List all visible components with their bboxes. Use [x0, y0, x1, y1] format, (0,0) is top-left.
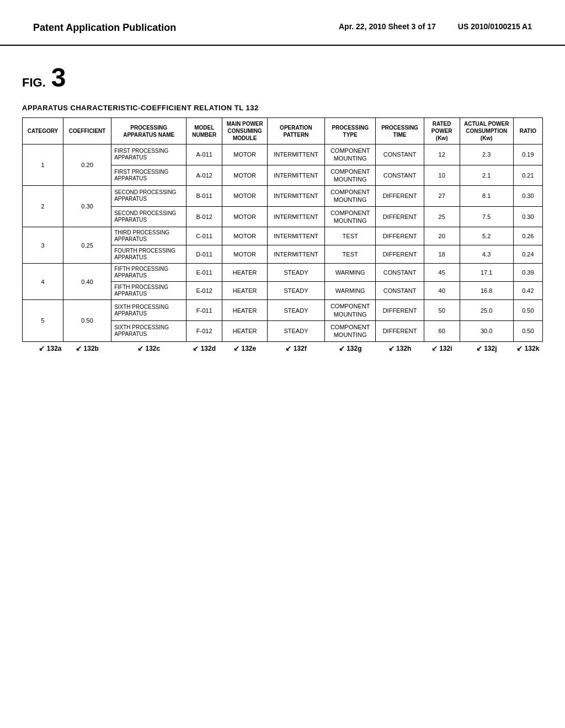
col-header-model: MODEL NUMBER	[186, 118, 222, 144]
header-info: Apr. 22, 2010 Sheet 3 of 17 US 2010/0100…	[339, 22, 532, 31]
actual-cell: 7.5	[460, 206, 513, 227]
proctype-cell: WARMING	[324, 264, 376, 282]
ref-132f: ↙ 132f	[268, 341, 325, 355]
actual-cell: 5.2	[460, 227, 513, 245]
module-cell: HEATER	[222, 320, 268, 341]
apparatus-name-cell: FIFTH PROCESSING APPARATUS	[111, 264, 186, 282]
rated-cell: 27	[424, 186, 460, 207]
proctype-cell: COMPONENT MOUNTING	[324, 300, 376, 321]
model-cell: A-012	[186, 165, 222, 186]
ratio-cell: 0.42	[513, 282, 542, 300]
model-cell: F-012	[186, 320, 222, 341]
apparatus-name-cell: FOURTH PROCESSING APPARATUS	[111, 245, 186, 264]
table-row: 3 0.25 THIRD PROCESSING APPARATUS C-011 …	[23, 227, 543, 245]
page-content: FIG. 3 APPARATUS CHARACTERISTIC-COEFFICI…	[0, 46, 565, 372]
table-row: 1 0.20 FIRST PROCESSING APPARATUS A-011 …	[23, 144, 543, 165]
col-header-category: CATEGORY	[23, 118, 63, 144]
rated-cell: 25	[424, 206, 460, 227]
col-header-module: MAIN POWER CONSUMING MODULE	[222, 118, 268, 144]
coeff-cell: 0.30	[63, 186, 111, 227]
ref-132e: ↙ 132e	[222, 341, 268, 355]
operation-cell: INTERMITTENT	[268, 144, 325, 165]
rated-cell: 50	[424, 300, 460, 321]
proctime-cell: CONSTANT	[376, 144, 424, 165]
proctime-cell: CONSTANT	[376, 165, 424, 186]
operation-cell: STEADY	[268, 320, 325, 341]
ref-132a: ↙ 132a	[23, 341, 63, 355]
ratio-cell: 0.24	[513, 245, 542, 264]
rated-cell: 12	[424, 144, 460, 165]
proctype-cell: COMPONENT MOUNTING	[324, 165, 376, 186]
rated-cell: 10	[424, 165, 460, 186]
apparatus-name-cell: SIXTH PROCESSING APPARATUS	[111, 300, 186, 321]
operation-cell: INTERMITTENT	[268, 227, 325, 245]
fig-text: FIG.	[22, 76, 46, 90]
category-cell: 5	[23, 300, 63, 341]
module-cell: HEATER	[222, 300, 268, 321]
model-cell: B-011	[186, 186, 222, 207]
module-cell: MOTOR	[222, 144, 268, 165]
apparatus-name-cell: THIRD PROCESSING APPARATUS	[111, 227, 186, 245]
proctime-cell: DIFFERENT	[376, 320, 424, 341]
ref-132b: ↙ 132b	[63, 341, 111, 355]
publication-title: Patent Application Publication	[33, 22, 176, 34]
ref-132h: ↙ 132h	[376, 341, 424, 355]
proctime-cell: DIFFERENT	[376, 300, 424, 321]
figure-label: FIG. 3	[22, 62, 543, 93]
actual-cell: 16.8	[460, 282, 513, 300]
ratio-cell: 0.21	[513, 165, 542, 186]
actual-cell: 17.1	[460, 264, 513, 282]
proctype-cell: TEST	[324, 245, 376, 264]
module-cell: MOTOR	[222, 227, 268, 245]
apparatus-name-cell: FIRST PROCESSING APPARATUS	[111, 165, 186, 186]
actual-cell: 2.3	[460, 144, 513, 165]
category-cell: 2	[23, 186, 63, 227]
ref-132j: ↙ 132j	[460, 341, 513, 355]
actual-cell: 4.3	[460, 245, 513, 264]
col-header-ratio: RATIO	[513, 118, 542, 144]
actual-cell: 8.1	[460, 186, 513, 207]
rated-cell: 18	[424, 245, 460, 264]
proctype-cell: TEST	[324, 227, 376, 245]
coeff-cell: 0.50	[63, 300, 111, 341]
module-cell: HEATER	[222, 264, 268, 282]
ratio-cell: 0.50	[513, 320, 542, 341]
category-cell: 3	[23, 227, 63, 264]
ratio-cell: 0.50	[513, 300, 542, 321]
module-cell: MOTOR	[222, 186, 268, 207]
col-header-name: PROCESSING APPARATUS NAME	[111, 118, 186, 144]
proctype-cell: COMPONENT MOUNTING	[324, 320, 376, 341]
ref-132d: ↙ 132d	[186, 341, 222, 355]
apparatus-table: CATEGORY COEFFICIENT PROCESSING APPARATU…	[22, 117, 543, 355]
ref-132k: ↙ 132k	[513, 341, 542, 355]
model-cell: B-012	[186, 206, 222, 227]
col-header-proctype: PROCESSING TYPE	[324, 118, 376, 144]
ref-labels-row: ↙ 132a ↙ 132b ↙ 132c ↙ 132d ↙ 132e ↙ 132…	[23, 341, 543, 355]
rated-cell: 45	[424, 264, 460, 282]
pub-date: Apr. 22, 2010 Sheet 3 of 17	[339, 22, 436, 31]
ratio-cell: 0.19	[513, 144, 542, 165]
module-cell: HEATER	[222, 282, 268, 300]
operation-cell: STEADY	[268, 300, 325, 321]
coeff-cell: 0.25	[63, 227, 111, 264]
apparatus-name-cell: SECOND PROCESSING APPARATUS	[111, 206, 186, 227]
category-cell: 4	[23, 264, 63, 300]
model-cell: E-011	[186, 264, 222, 282]
rated-cell: 60	[424, 320, 460, 341]
ratio-cell: 0.39	[513, 264, 542, 282]
model-cell: F-011	[186, 300, 222, 321]
apparatus-name-cell: FIRST PROCESSING APPARATUS	[111, 144, 186, 165]
col-header-rated: RATED POWER (Kw)	[424, 118, 460, 144]
table-row: 2 0.30 SECOND PROCESSING APPARATUS B-011…	[23, 186, 543, 207]
ratio-cell: 0.30	[513, 186, 542, 207]
pub-number: US 2010/0100215 A1	[458, 22, 532, 31]
operation-cell: STEADY	[268, 282, 325, 300]
coeff-cell: 0.40	[63, 264, 111, 300]
table-title-area: APPARATUS CHARACTERISTIC-COEFFICIENT REL…	[22, 104, 543, 112]
actual-cell: 25.0	[460, 300, 513, 321]
proctime-cell: CONSTANT	[376, 282, 424, 300]
proctime-cell: CONSTANT	[376, 264, 424, 282]
proctype-cell: WARMING	[324, 282, 376, 300]
proctype-cell: COMPONENT MOUNTING	[324, 144, 376, 165]
proctime-cell: DIFFERENT	[376, 206, 424, 227]
